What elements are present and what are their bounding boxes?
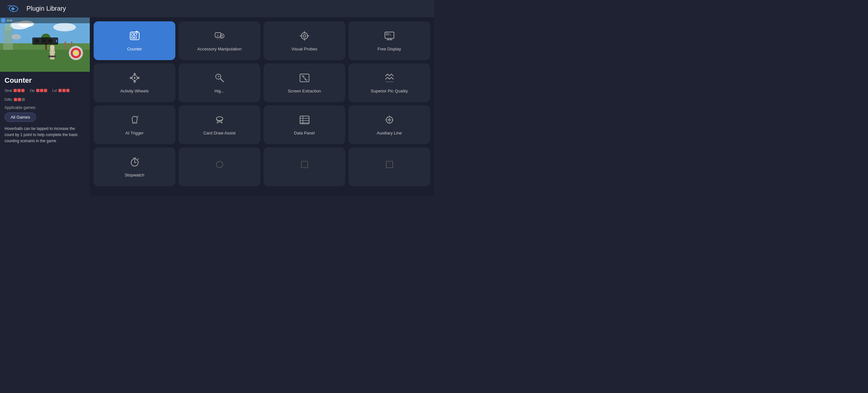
game-scene-svg: 28:28: [0, 18, 90, 72]
hig-label: Hig...: [214, 89, 224, 93]
wheels-icon: [129, 72, 141, 85]
lvl-label: Lvl: [52, 89, 57, 92]
svg-rect-50: [386, 33, 389, 35]
svg-rect-29: [1, 19, 5, 22]
diffic-dots: [14, 98, 25, 101]
svg-rect-28: [0, 18, 90, 23]
svg-point-3: [53, 23, 76, 31]
svg-point-45: [303, 35, 306, 37]
data-icon: [299, 114, 310, 127]
right-panel: Counter Accessory Manipulation: [90, 18, 434, 196]
plugin-card-card[interactable]: Card Draw Assist: [179, 105, 260, 144]
svg-point-43: [221, 35, 223, 36]
svg-rect-7: [5, 24, 11, 30]
plugin-grid: Counter Accessory Manipulation: [94, 21, 430, 186]
dot: [18, 98, 21, 101]
plugin-card-stopwatch[interactable]: Stopwatch: [94, 147, 175, 186]
plugin-title: Counter: [4, 76, 85, 85]
main-content: 28:28 Counter Strat: [0, 18, 434, 196]
ai-icon: AI: [129, 114, 141, 127]
svg-rect-14: [65, 44, 72, 45]
logo-icon: [6, 4, 21, 13]
plugin-card-data[interactable]: Data Panel: [264, 105, 345, 144]
pic-label: Superior Pic Quality: [371, 89, 408, 93]
left-panel: 28:28 Counter Strat: [0, 18, 90, 196]
op-dots: [36, 89, 47, 92]
all-games-button[interactable]: All Games: [4, 112, 36, 122]
plugin-card-14[interactable]: [179, 147, 260, 186]
extraction-icon: [299, 72, 310, 85]
visual-label: Visual Probes: [291, 47, 317, 51]
lvl-dots: [58, 89, 69, 92]
dot: [21, 89, 25, 92]
svg-rect-18: [48, 39, 53, 43]
generic3-icon: [383, 159, 395, 172]
header-title: Plugin Library: [27, 5, 66, 12]
svg-rect-23: [48, 56, 56, 57]
svg-text:AI: AI: [136, 115, 139, 118]
app-header: Plugin Library: [0, 0, 434, 18]
game-screenshot: 28:28: [0, 18, 90, 72]
extraction-label: Screen Extraction: [288, 89, 321, 93]
rating-diffic: Diffic: [4, 97, 25, 102]
svg-line-86: [138, 159, 138, 159]
accessory-label: Accessory Manipulation: [197, 47, 242, 51]
svg-point-54: [134, 77, 135, 79]
op-label: Op: [30, 89, 35, 92]
svg-rect-35: [131, 33, 134, 35]
svg-rect-36: [134, 33, 136, 35]
svg-rect-20: [56, 40, 57, 43]
svg-rect-51: [389, 33, 391, 34]
stopwatch-label: Stopwatch: [125, 173, 144, 177]
dot: [44, 89, 47, 92]
dot: [18, 89, 21, 92]
counter-label: Counter: [127, 47, 142, 51]
game-preview: 28:28: [0, 18, 90, 72]
strat-dots: [13, 89, 25, 92]
plugin-card-hig[interactable]: Hig...: [179, 63, 260, 102]
dot: [36, 89, 39, 92]
plugin-info: Counter Strat Op: [0, 72, 90, 196]
svg-point-19: [53, 39, 56, 43]
svg-rect-6: [3, 27, 13, 50]
rating-row: Strat Op Lvl: [4, 89, 85, 102]
display-icon: [383, 30, 395, 43]
visual-icon: [299, 30, 310, 43]
hig-icon: [214, 72, 225, 85]
auxiliary-icon: [383, 114, 395, 127]
plugin-card-auxiliary[interactable]: Auxiliary Line: [348, 105, 430, 144]
plugin-card-16[interactable]: [348, 147, 430, 186]
plugin-card-counter[interactable]: Counter: [94, 21, 175, 60]
dot: [14, 98, 17, 101]
svg-rect-52: [389, 35, 392, 35]
dot: [66, 89, 69, 92]
svg-rect-67: [300, 74, 309, 82]
accessory-icon: [214, 30, 225, 43]
auxiliary-label: Auxiliary Line: [377, 131, 402, 135]
strat-label: Strat: [4, 89, 12, 92]
plugin-card-15[interactable]: [264, 147, 345, 186]
dot: [40, 89, 43, 92]
diffic-label: Diffic: [4, 97, 12, 102]
svg-text:28:28: 28:28: [6, 19, 12, 22]
plugin-card-ai[interactable]: AI AI Trigger: [94, 105, 175, 144]
rating-lvl: Lvl: [52, 89, 69, 92]
plugin-card-pic[interactable]: Superior Pic Quality: [348, 63, 430, 102]
plugin-card-display[interactable]: Free Display: [348, 21, 430, 60]
plugin-card-accessory[interactable]: Accessory Manipulation: [179, 21, 260, 60]
generic2-icon: [299, 159, 310, 172]
card-label: Card Draw Assist: [204, 131, 236, 135]
plugin-card-wheels[interactable]: Activity Wheels: [94, 63, 175, 102]
applicable-label: Applicable games:: [4, 105, 85, 110]
svg-point-27: [74, 51, 78, 55]
svg-point-22: [50, 45, 55, 50]
plugin-card-extraction[interactable]: Screen Extraction: [264, 63, 345, 102]
plugin-description: Hoverballs can be tapped to increase the…: [4, 126, 85, 144]
wheels-label: Activity Wheels: [120, 89, 149, 93]
rating-strat: Strat: [4, 89, 25, 92]
dot: [58, 89, 62, 92]
plugin-card-visual[interactable]: Visual Probes: [264, 21, 345, 60]
dot: [13, 89, 17, 92]
svg-line-64: [220, 79, 223, 82]
svg-rect-88: [301, 161, 308, 168]
